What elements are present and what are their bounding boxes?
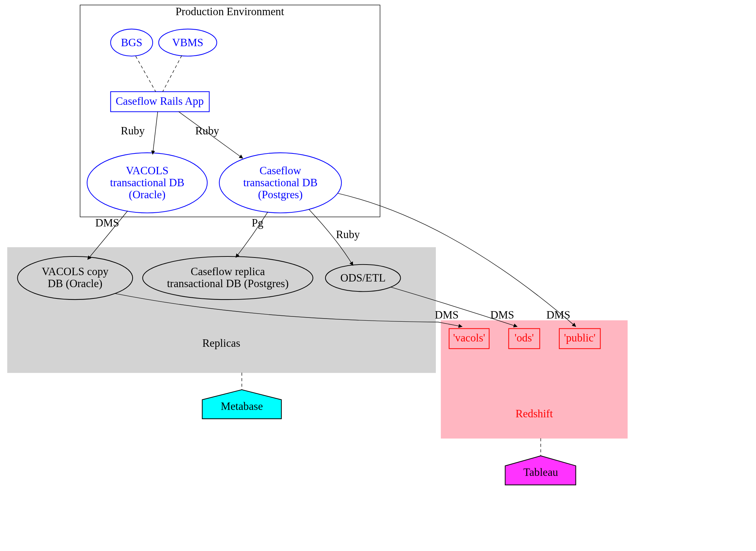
edge-app-vacols-label: Ruby: [121, 125, 145, 137]
node-metabase-label: Metabase: [221, 400, 263, 412]
edge-caseflow-replica-label: Pg: [252, 217, 263, 229]
node-rs-vacols-label: 'vacols': [453, 332, 485, 344]
cluster-replicas-title: Replicas: [202, 337, 240, 349]
node-caseflow-db-l2: transactional DB: [243, 176, 318, 189]
edge-caseflow-ods-label: Ruby: [336, 228, 360, 241]
cluster-prod-title: Production Environment: [176, 5, 284, 18]
node-ods-label: ODS/ETL: [340, 272, 385, 284]
node-caseflow-replica-l2: transactional DB (Postgres): [167, 277, 288, 290]
edge-app-vacols: [153, 112, 158, 155]
edge-public-rs-label: DMS: [547, 309, 571, 321]
edge-ods-rs-label: DMS: [490, 309, 514, 321]
node-vacols-db-l3: (Oracle): [129, 188, 165, 201]
edge-vacols-rs-label: DMS: [435, 309, 459, 321]
node-vacols-db-l1: VACOLS: [126, 164, 169, 177]
node-vacols-db-l2: transactional DB: [110, 176, 184, 189]
node-rs-ods-label: 'ods': [514, 332, 534, 344]
node-vbms-label: VBMS: [172, 36, 203, 49]
node-vacols-copy-l1: VACOLS copy: [42, 265, 109, 278]
edge-app-caseflow-label: Ruby: [195, 125, 219, 137]
node-caseflow-app-label: Caseflow Rails App: [116, 95, 204, 107]
node-vacols-copy-l2: DB (Oracle): [48, 277, 102, 290]
node-caseflow-db-l3: (Postgres): [258, 188, 303, 201]
edge-bgs-app: [136, 56, 156, 92]
edge-vbms-app: [163, 56, 182, 92]
node-tableau-label: Tableau: [523, 466, 558, 478]
node-rs-public-label: 'public': [564, 332, 596, 344]
node-bgs-label: BGS: [121, 36, 142, 49]
node-caseflow-db-l1: Caseflow: [260, 164, 301, 177]
cluster-redshift-title: Redshift: [516, 407, 553, 420]
edge-vacols-copy-label: DMS: [95, 217, 119, 229]
node-caseflow-replica-l1: Caseflow replica: [191, 265, 265, 278]
